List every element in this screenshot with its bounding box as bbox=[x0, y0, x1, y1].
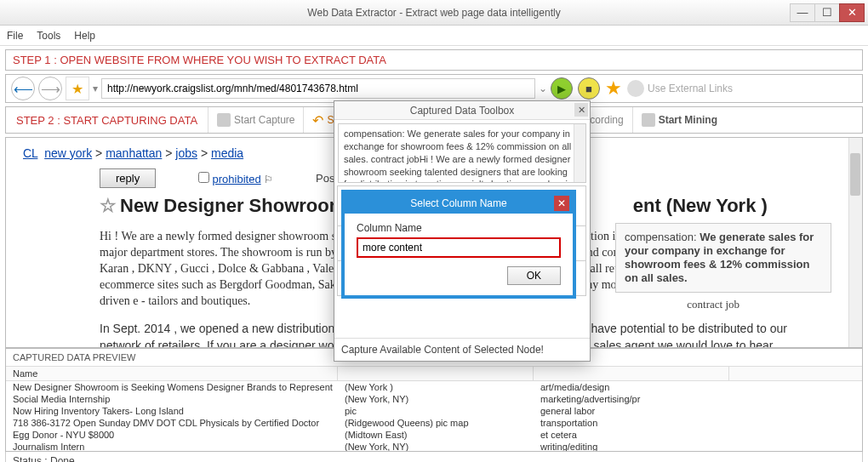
minimize-button[interactable]: — bbox=[790, 3, 815, 22]
preview-col-name[interactable]: Name bbox=[6, 367, 338, 380]
post-title-part2: ent (New York ) bbox=[633, 195, 768, 217]
menu-help[interactable]: Help bbox=[74, 30, 95, 42]
browser-scrollbar[interactable] bbox=[848, 138, 862, 347]
url-dropdown-icon[interactable]: ▾ bbox=[93, 83, 98, 94]
step1-label: STEP 1 : OPEN WEBSITE FROM WHERE YOU WIS… bbox=[6, 50, 862, 70]
prohibited-checkbox[interactable] bbox=[198, 172, 209, 183]
table-row[interactable]: Egg Donor - NYU $8000(Midtown East)et ce… bbox=[6, 429, 862, 441]
stop-load-button[interactable]: ■ bbox=[578, 77, 600, 100]
toolbox-close-button[interactable]: ✕ bbox=[574, 103, 588, 117]
table-row[interactable]: Now Hiring Inventory Takers- Long Island… bbox=[6, 405, 862, 417]
column-name-label: Column Name bbox=[357, 222, 561, 234]
flag-icon: ⚐ bbox=[264, 174, 273, 185]
toolbox-footer: Capture Available Content of Selected No… bbox=[334, 338, 590, 361]
table-row[interactable]: Journalism Intern(New York, NY)writing/e… bbox=[6, 441, 862, 451]
table-row[interactable]: Social Media Internship(New York, NY)mar… bbox=[6, 393, 862, 405]
column-name-dialog[interactable]: Select Column Name✕ Column Name OK bbox=[341, 190, 576, 299]
menu-file[interactable]: File bbox=[7, 30, 23, 42]
go-button[interactable]: ▶ bbox=[551, 77, 573, 100]
column-name-input[interactable] bbox=[357, 237, 561, 258]
maximize-button[interactable]: ☐ bbox=[814, 3, 840, 22]
compensation-box: compensation: We generate sales for your… bbox=[615, 223, 831, 293]
favorites-button[interactable]: ★ bbox=[66, 77, 89, 100]
external-links-label: Use External Links bbox=[648, 83, 733, 94]
dialog-title: Select Column Name bbox=[410, 197, 506, 209]
preview-grid[interactable]: New Designer Showroom is Seeking Womens … bbox=[6, 381, 862, 451]
table-row[interactable]: New Designer Showroom is Seeking Womens … bbox=[6, 381, 862, 393]
crumb-cl[interactable]: CL bbox=[23, 146, 37, 160]
menu-tools[interactable]: Tools bbox=[37, 30, 60, 42]
undo-icon: ↶ bbox=[312, 112, 323, 128]
crumb-media[interactable]: media bbox=[211, 146, 243, 160]
crumb-borough[interactable]: manhattan bbox=[106, 146, 162, 160]
crumb-jobs[interactable]: jobs bbox=[175, 146, 197, 160]
url-input[interactable] bbox=[101, 78, 535, 99]
external-links-toggle[interactable]: Use External Links bbox=[627, 80, 733, 97]
reply-button[interactable]: reply bbox=[100, 168, 156, 188]
crumb-city[interactable]: new york bbox=[44, 146, 92, 160]
forward-button[interactable]: ⟶ bbox=[38, 77, 62, 100]
toolbox-title: Captured Data Toolbox bbox=[410, 105, 515, 117]
back-button[interactable]: ⟵ bbox=[11, 77, 35, 100]
mining-icon bbox=[642, 113, 655, 127]
dialog-close-button[interactable]: ✕ bbox=[554, 196, 569, 211]
prohibited-link[interactable]: prohibited bbox=[213, 173, 261, 185]
bookmark-icon[interactable]: ★ bbox=[605, 77, 622, 100]
close-button[interactable]: ✕ bbox=[839, 3, 865, 22]
step2-label: STEP 2 : START CAPTURING DATA bbox=[6, 114, 208, 127]
contract-type-label: contract job bbox=[687, 298, 740, 311]
window-title: Web Data Extractor - Extract web page da… bbox=[307, 7, 560, 19]
table-row[interactable]: 718 386-3172 Open Sunday DMV DOT CDL Phy… bbox=[6, 417, 862, 429]
toolbox-preview-scrollbar[interactable] bbox=[574, 124, 585, 182]
url-combo-icon[interactable]: ⌄ bbox=[539, 83, 547, 94]
dialog-ok-button[interactable]: OK bbox=[507, 266, 561, 285]
status-bar: Status : Done bbox=[5, 452, 863, 462]
start-mining-button[interactable]: Start Mining bbox=[632, 107, 726, 133]
favorite-star-icon[interactable]: ☆ bbox=[100, 195, 117, 217]
toolbox-preview-text: compensation: We generate sales for your… bbox=[338, 123, 586, 183]
start-capture-button[interactable]: Start Capture bbox=[208, 107, 303, 133]
record-icon bbox=[217, 113, 231, 127]
captured-data-toolbox[interactable]: Captured Data Toolbox✕ compensation: We … bbox=[334, 100, 591, 362]
link-icon bbox=[627, 80, 644, 97]
